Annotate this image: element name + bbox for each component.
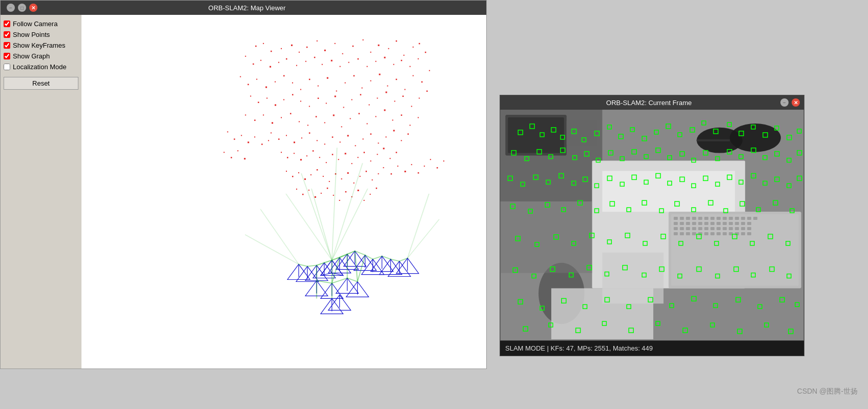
svg-rect-141 xyxy=(370,160,371,161)
svg-rect-10 xyxy=(342,53,343,54)
svg-rect-102 xyxy=(375,116,376,117)
svg-rect-51 xyxy=(318,86,319,87)
svg-rect-119 xyxy=(355,145,356,146)
svg-rect-120 xyxy=(363,138,364,139)
follow-camera-checkbox[interactable] xyxy=(4,21,10,27)
svg-rect-166 xyxy=(321,193,322,194)
svg-rect-6 xyxy=(306,47,307,48)
svg-rect-33 xyxy=(358,58,359,59)
svg-rect-131 xyxy=(306,155,307,156)
svg-rect-42 xyxy=(240,76,241,77)
svg-rect-153 xyxy=(329,181,330,182)
svg-rect-72 xyxy=(309,106,310,107)
svg-rect-9 xyxy=(335,43,336,44)
svg-rect-77 xyxy=(352,99,353,100)
svg-rect-130 xyxy=(300,159,302,160)
maximize-button[interactable]: □ xyxy=(18,4,26,12)
svg-rect-66 xyxy=(258,102,259,103)
svg-rect-298 xyxy=(674,222,678,225)
svg-rect-86 xyxy=(426,91,427,92)
svg-rect-71 xyxy=(300,101,301,102)
svg-rect-12 xyxy=(363,39,364,40)
map-canvas[interactable] xyxy=(81,15,486,369)
svg-rect-167 xyxy=(327,188,328,189)
svg-rect-41 xyxy=(425,52,426,53)
show-points-checkbox[interactable] xyxy=(4,31,10,38)
svg-rect-54 xyxy=(345,83,346,84)
svg-rect-65 xyxy=(250,96,251,97)
show-keyframes-label[interactable]: Show KeyFrames xyxy=(13,42,66,49)
minimize-button[interactable]: − xyxy=(7,4,15,12)
svg-rect-67 xyxy=(266,98,267,99)
svg-rect-303 xyxy=(705,222,709,225)
svg-rect-291 xyxy=(716,217,720,220)
follow-camera-row: Follow Camera xyxy=(4,19,78,29)
svg-rect-292 xyxy=(722,217,727,220)
close-button[interactable]: ✕ xyxy=(29,4,37,12)
svg-rect-162 xyxy=(296,189,297,190)
svg-line-274 xyxy=(245,235,299,264)
svg-rect-322 xyxy=(741,227,745,230)
svg-rect-307 xyxy=(729,222,733,225)
svg-rect-176 xyxy=(383,167,384,168)
svg-rect-328 xyxy=(698,232,702,235)
svg-rect-158 xyxy=(360,176,361,177)
frame-close-button[interactable]: ✕ xyxy=(792,98,800,107)
svg-rect-23 xyxy=(270,66,271,68)
show-points-label[interactable]: Show Points xyxy=(13,31,50,38)
watermark: CSDN @图腾-世扬 xyxy=(797,387,858,396)
svg-rect-341 xyxy=(500,201,592,273)
svg-rect-189 xyxy=(247,141,249,143)
show-points-row: Show Points xyxy=(4,30,78,39)
svg-rect-311 xyxy=(674,227,678,230)
svg-rect-15 xyxy=(388,48,389,49)
show-keyframes-checkbox[interactable] xyxy=(4,42,10,49)
svg-rect-144 xyxy=(389,158,390,159)
svg-rect-11 xyxy=(353,46,354,47)
svg-rect-100 xyxy=(359,113,360,114)
svg-rect-85 xyxy=(419,98,420,99)
svg-rect-318 xyxy=(716,227,720,230)
svg-rect-105 xyxy=(401,114,402,115)
frame-minimize-button[interactable]: − xyxy=(780,98,789,107)
show-graph-checkbox[interactable] xyxy=(4,53,10,59)
localization-mode-checkbox[interactable] xyxy=(4,64,10,70)
localization-mode-label[interactable]: Localization Mode xyxy=(13,63,67,71)
svg-rect-82 xyxy=(394,101,395,102)
svg-rect-299 xyxy=(680,222,684,225)
svg-rect-304 xyxy=(710,222,714,225)
svg-rect-321 xyxy=(735,227,739,230)
svg-line-270 xyxy=(312,189,332,260)
follow-camera-label[interactable]: Follow Camera xyxy=(13,20,57,28)
svg-rect-1 xyxy=(263,43,264,44)
svg-rect-117 xyxy=(340,141,341,142)
show-graph-label[interactable]: Show Graph xyxy=(13,52,50,60)
svg-rect-180 xyxy=(411,164,412,165)
svg-rect-52 xyxy=(327,77,328,79)
reset-button[interactable]: Reset xyxy=(4,77,78,90)
svg-rect-38 xyxy=(401,60,402,61)
svg-rect-295 xyxy=(741,217,745,220)
svg-rect-91 xyxy=(281,117,282,118)
svg-line-264 xyxy=(358,255,365,282)
svg-rect-27 xyxy=(305,61,306,62)
svg-rect-14 xyxy=(378,45,379,46)
svg-rect-305 xyxy=(716,222,720,225)
svg-line-267 xyxy=(332,148,337,260)
svg-rect-95 xyxy=(316,116,317,117)
svg-rect-64 xyxy=(429,70,430,71)
svg-rect-310 xyxy=(747,222,751,225)
svg-rect-98 xyxy=(341,126,342,127)
svg-rect-83 xyxy=(402,96,403,97)
svg-rect-193 xyxy=(223,152,224,153)
svg-rect-22 xyxy=(260,60,261,61)
svg-rect-74 xyxy=(326,103,327,104)
svg-rect-312 xyxy=(680,227,684,230)
svg-rect-294 xyxy=(735,217,739,220)
svg-rect-163 xyxy=(302,194,303,195)
svg-rect-278 xyxy=(508,117,564,153)
svg-rect-44 xyxy=(256,79,257,80)
svg-rect-172 xyxy=(358,190,359,191)
svg-rect-165 xyxy=(315,196,316,198)
svg-rect-4 xyxy=(291,45,293,46)
